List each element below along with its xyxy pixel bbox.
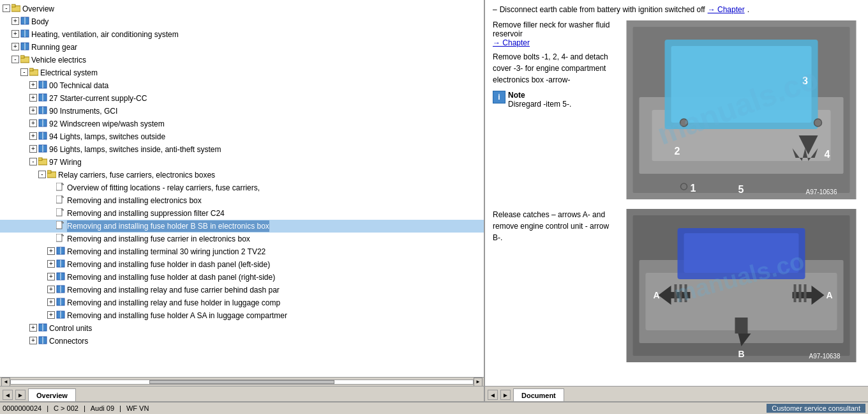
filler-neck-text: Remove filler neck for washer fluid rese… [493,20,617,47]
svg-rect-11 [29,68,33,71]
tree-item-9[interactable]: + 92 Windscreen wipe/wash system [0,118,484,130]
right-bottom-tabs: ◄ ► Document [485,386,868,401]
tree-item-26[interactable]: + Connectors [0,335,484,348]
tree-item-12[interactable]: - 97 Wiring [0,156,484,169]
book-icon-23 [56,298,65,307]
tree-item-16[interactable]: Removing and installing suppression filt… [0,207,484,220]
tree-label-6: 00 Technical data [49,80,108,91]
status-sep2: | [84,404,86,412]
tree-label-18: Removing and installing fuse carrier in … [67,233,250,245]
expand-5[interactable]: - [20,68,28,76]
tab-document[interactable]: Document [513,388,564,401]
section2-container: Release catches – arrows A- and remove e… [493,209,860,364]
tab-overview[interactable]: Overview [28,388,76,401]
book-icon-8 [38,106,47,115]
svg-rect-34 [56,221,62,229]
section1-container: Remove filler neck for washer fluid rese… [493,20,860,201]
tree-item-18[interactable]: Removing and installing fuse carrier in … [0,233,484,245]
tree-item-20[interactable]: + Removing and installing fuse holder in… [0,258,484,271]
tree-item-21[interactable]: + Removing and installing fuse holder at… [0,271,484,284]
doc-panel[interactable]: – Disconnect earth cable from battery wi… [485,0,868,386]
expand-21[interactable]: + [47,273,55,280]
svg-rect-1 [11,4,15,7]
nav-next-right-btn[interactable]: ► [500,390,511,400]
tree-item-1[interactable]: + Body [0,15,484,28]
tree-item-13[interactable]: - Relay carriers, fuse carriers, electro… [0,169,484,181]
svg-rect-25 [38,158,42,160]
svg-marker-29 [62,183,64,185]
expand-26[interactable]: + [29,337,37,344]
expand-22[interactable]: + [47,286,55,293]
left-bottom-tabs: ◄ ► Overview [0,386,484,401]
expand-20[interactable]: + [47,260,55,268]
expand-6[interactable]: + [29,81,37,89]
tree-item-6[interactable]: + 00 Technical data [0,79,484,92]
expand-7[interactable]: + [29,94,37,102]
chapter-link-top[interactable]: → Chapter [708,5,745,14]
expand-4[interactable]: - [11,56,19,63]
expand-0[interactable]: - [3,4,10,12]
tree-item-7[interactable]: + 27 Starter-current supply-CC [0,92,484,105]
nav-next-btn[interactable]: ► [15,390,26,400]
tree-item-17[interactable]: Removing and installing fuse holder B SB… [0,220,484,233]
svg-rect-30 [56,195,62,203]
book-icon-24 [56,310,65,319]
tree-item-11[interactable]: + 96 Lights, lamps, switches inside, ant… [0,143,484,156]
tree-item-5[interactable]: - Electrical system [0,66,484,79]
book-icon-26 [38,336,47,345]
tree-item-15[interactable]: Removing and installing electronics box [0,194,484,207]
nav-prev-btn[interactable]: ◄ [3,390,13,400]
svg-rect-27 [47,171,51,173]
tree-label-23: Removing and installing relay and fuse h… [67,297,280,309]
svg-marker-37 [62,234,64,236]
scroll-track[interactable] [10,379,474,385]
scroll-thumb[interactable] [149,380,334,384]
expand-9[interactable]: + [29,119,37,127]
expand-12[interactable]: - [29,158,37,165]
scroll-right-btn[interactable]: ► [474,378,483,387]
expand-8[interactable]: + [29,107,37,114]
expand-2[interactable]: + [11,30,19,38]
expand-3[interactable]: + [11,43,19,50]
svg-marker-89 [735,318,748,334]
folder-icon-5 [29,68,38,77]
tree-item-22[interactable]: + Removing and installing relay and fuse… [0,284,484,296]
tree-item-8[interactable]: + 90 Instruments, GCI [0,105,484,118]
expand-1[interactable]: + [11,17,19,25]
scroll-left-btn[interactable]: ◄ [1,378,10,387]
expand-25[interactable]: + [29,324,37,332]
expand-23[interactable]: + [47,298,55,306]
tree-item-14[interactable]: Overview of fitting locations - relay ca… [0,181,484,194]
tree-item-2[interactable]: + Heating, ventilation, air conditioning… [0,28,484,41]
tree-item-10[interactable]: + 94 Lights, lamps, switches outside [0,130,484,143]
book-icon-19 [56,247,65,256]
tree-item-19[interactable]: + Removing and installing terminal 30 wi… [0,245,484,258]
page-icon-14 [56,183,65,192]
tree-scroll[interactable]: - Overview + Body + [0,0,484,377]
note-box: i Note Disregard -item 5-. [493,91,617,109]
folder-icon-12 [38,157,47,166]
expand-19[interactable]: + [47,247,55,255]
tree-item-0[interactable]: - Overview [0,3,484,15]
svg-marker-31 [62,195,64,197]
tree-item-4[interactable]: - Vehicle electrics [0,54,484,66]
tree-hscrollbar[interactable]: ◄ ► [0,377,484,386]
expand-24[interactable]: + [47,311,55,319]
tree-item-24[interactable]: + Removing and installing fuse holder A … [0,309,484,322]
svg-text:A: A [827,290,833,300]
right-panel-wrapper: – Disconnect earth cable from battery wi… [485,0,868,401]
svg-text:A: A [654,290,660,300]
tree-item-23[interactable]: + Removing and installing relay and fuse… [0,296,484,309]
nav-prev-right-btn[interactable]: ◄ [488,390,498,400]
tree-label-2: Heating, ventilation, air conditioning s… [31,29,179,40]
svg-rect-36 [56,234,62,241]
tree-item-3[interactable]: + Running gear [0,41,484,54]
chapter-link-section1[interactable]: → Chapter [493,38,530,47]
page-icon-18 [56,234,65,243]
expand-11[interactable]: + [29,145,37,153]
svg-rect-28 [56,183,62,190]
expand-13[interactable]: - [38,171,46,178]
tree-item-25[interactable]: + Control units [0,322,484,335]
expand-10[interactable]: + [29,132,37,140]
book-icon-21 [56,272,65,281]
